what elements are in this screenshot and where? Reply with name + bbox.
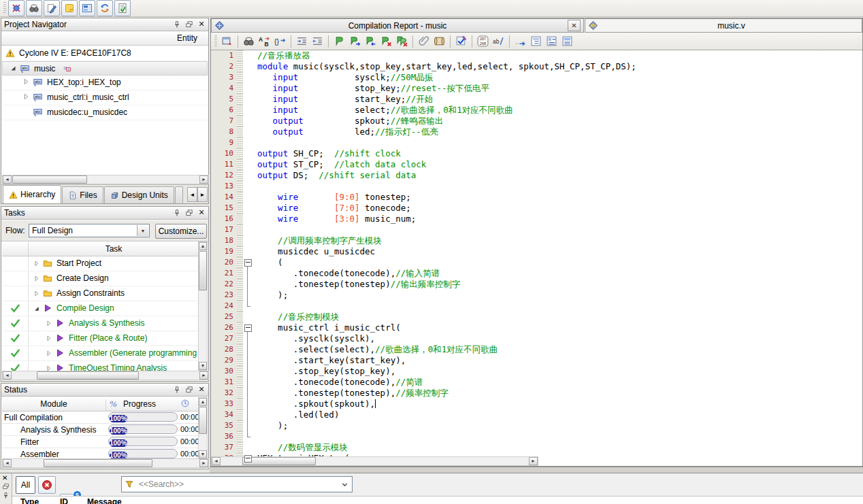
code-text[interactable]: //音乐控制模块: [254, 312, 339, 322]
fold-collapse-icon[interactable]: [244, 259, 252, 267]
code-text[interactable]: [254, 181, 257, 192]
code-line[interactable]: 36: [211, 431, 862, 442]
spellcheck-icon[interactable]: [453, 34, 468, 49]
expanded-arrow-icon[interactable]: [8, 63, 18, 73]
status-hscrollbar[interactable]: ◄ ►: [2, 458, 209, 468]
macro-icon[interactable]: [432, 34, 446, 49]
code-text[interactable]: //数码管显示模块: [254, 442, 348, 453]
task-row[interactable]: Create Design: [2, 271, 199, 286]
code-line[interactable]: 34 .led(led): [211, 409, 862, 420]
code-line[interactable]: 17: [211, 224, 862, 235]
code-text[interactable]: [254, 431, 257, 442]
replace-icon[interactable]: AB: [257, 34, 272, 49]
hierarchy-item[interactable]: abcHEX_top:i_HEX_top: [2, 75, 208, 90]
task-row[interactable]: TimeQuest Timing Analysis: [2, 361, 199, 371]
task-row[interactable]: Fitter (Place & Route): [2, 331, 199, 346]
tab-compilation-report[interactable]: Compilation Report - music ✕: [211, 18, 584, 33]
code-line[interactable]: 37 //数码管显示模块: [211, 442, 862, 453]
code-line[interactable]: 13: [211, 181, 862, 192]
collapsed-arrow-icon[interactable]: [44, 364, 53, 371]
code-line[interactable]: 26 music_ctrl i_music_ctrl(: [211, 322, 862, 333]
float-icon[interactable]: [184, 207, 195, 218]
code-line[interactable]: 22 .tonestep(tonestep)//输出频率控制字: [211, 279, 862, 290]
task-row[interactable]: Start Project: [2, 256, 199, 271]
toolbar-grip[interactable]: [3, 2, 6, 14]
code-editor[interactable]: 1//音乐播放器2module music(sysclk,stop_key,st…: [211, 50, 862, 466]
goto-icon[interactable]: [512, 34, 527, 49]
code-line[interactable]: 18 //调用频率控制字产生模块: [211, 235, 862, 246]
close-icon[interactable]: ✕: [2, 474, 7, 482]
filter-errors-button[interactable]: [38, 476, 56, 494]
float-icon[interactable]: [184, 384, 195, 394]
hierarchy-item[interactable]: Cyclone IV E: EP4CE10F17C8: [2, 46, 208, 61]
code-line[interactable]: 15 wire [7:0] tonecode;: [211, 203, 862, 214]
code-text[interactable]: module music(sysclk,stop_key,start_key,l…: [254, 61, 636, 72]
fold-collapse-icon[interactable]: [244, 455, 252, 463]
notes-icon[interactable]: [61, 0, 78, 16]
flow-dropdown[interactable]: Full Design ▼: [29, 224, 150, 237]
code-text[interactable]: input select;//歌曲选择，0和1对应不同歌曲: [254, 105, 513, 116]
code-text[interactable]: .stop_key(stop_key),: [254, 366, 395, 377]
code-line[interactable]: 31 .tonecode(tonecode),//简谱: [211, 377, 862, 388]
expanded-arrow-icon[interactable]: [32, 304, 41, 313]
code-text[interactable]: input sysclk;//50M晶振: [254, 72, 433, 83]
outline-expand-icon[interactable]: [544, 34, 559, 49]
pin-icon[interactable]: [2, 492, 10, 499]
tab-music-v[interactable]: abc music.v: [585, 18, 862, 33]
code-line[interactable]: 35 );: [211, 420, 862, 431]
pin-icon[interactable]: [172, 207, 182, 218]
editor-hscrollbar[interactable]: ◄ ►: [211, 456, 538, 466]
find2-icon[interactable]: [241, 34, 256, 49]
code-line[interactable]: 10output SH_CP; //shift clock: [211, 148, 862, 159]
code-line[interactable]: 28 .select(select),//歌曲选择，0和1对应不同歌曲: [211, 344, 862, 355]
code-line[interactable]: 7 output spkout;//蜂鸣器输出: [211, 116, 862, 127]
fold-collapse-icon[interactable]: [244, 324, 252, 332]
code-line[interactable]: 3 input sysclk;//50M晶振: [211, 72, 862, 83]
attach-icon[interactable]: [416, 34, 431, 49]
task-row[interactable]: Compile Design: [2, 301, 199, 316]
collapsed-arrow-icon[interactable]: [32, 259, 41, 268]
code-text[interactable]: .tonestep(tonestep),//频率控制字: [254, 388, 449, 399]
code-text[interactable]: //调用频率控制字产生模块: [254, 235, 382, 246]
code-text[interactable]: wire [3:0] music_num;: [254, 214, 416, 224]
close-tab-icon[interactable]: ✕: [568, 20, 581, 31]
editor-icon[interactable]: [44, 0, 60, 16]
code-line[interactable]: 20 (: [211, 257, 862, 268]
bookmark-clear-all-icon[interactable]: [394, 34, 409, 49]
code-line[interactable]: 16 wire [3:0] music_num;: [211, 214, 862, 224]
collapsed-arrow-icon[interactable]: [32, 274, 41, 283]
chevron-down-icon[interactable]: [340, 480, 349, 489]
export-icon[interactable]: [219, 34, 234, 49]
code-text[interactable]: .tonecode(tonecode),//简谱: [254, 377, 423, 388]
hierarchy-item[interactable]: abcmusic_ctrl:i_music_ctrl: [2, 90, 208, 105]
code-line[interactable]: 14 wire [9:0] tonestep;: [211, 192, 862, 203]
close-icon[interactable]: ✕: [196, 19, 207, 29]
code-line[interactable]: 4 input stop_key;//reset--按下低电平: [211, 83, 862, 94]
code-line[interactable]: 9: [211, 137, 862, 148]
code-text[interactable]: input start_key;//开始: [254, 94, 433, 105]
bookmark-next-icon[interactable]: [347, 34, 362, 49]
navigator-hscrollbar[interactable]: ◄ ►: [2, 175, 209, 184]
code-text[interactable]: .select(select),//歌曲选择，0和1对应不同歌曲: [254, 344, 498, 355]
hierarchy-item[interactable]: abcmusicdec:u_musicdec: [2, 105, 208, 120]
close-icon[interactable]: ✕: [196, 384, 207, 394]
code-line[interactable]: 33 .spkout(spkout),: [211, 399, 862, 409]
code-text[interactable]: );: [254, 290, 288, 301]
collapsed-arrow-icon[interactable]: [44, 319, 53, 328]
code-text[interactable]: wire [9:0] tonestep;: [254, 192, 411, 203]
code-text[interactable]: input stop_key;//reset--按下低电平: [254, 83, 489, 94]
tab-hierarchy[interactable]: Hierarchy: [3, 185, 61, 203]
collapsed-arrow-icon[interactable]: [44, 334, 53, 343]
bookmark-icon[interactable]: [331, 34, 346, 49]
bookmark-clear-icon[interactable]: [378, 34, 393, 49]
report-icon[interactable]: [114, 0, 131, 16]
tab-scroll-right[interactable]: ►: [197, 187, 208, 202]
code-line[interactable]: 25 //音乐控制模块: [211, 312, 862, 322]
toolbar-grip[interactable]: [214, 35, 217, 48]
code-line[interactable]: 2module music(sysclk,stop_key,start_key,…: [211, 61, 862, 72]
tab-partial[interactable]: [175, 186, 183, 203]
code-line[interactable]: 30 .stop_key(stop_key),: [211, 366, 862, 377]
tab-scroll-left[interactable]: ◄: [187, 187, 197, 202]
code-text[interactable]: output SH_CP; //shift clock: [254, 148, 401, 159]
tab-files[interactable]: Files: [62, 186, 103, 203]
